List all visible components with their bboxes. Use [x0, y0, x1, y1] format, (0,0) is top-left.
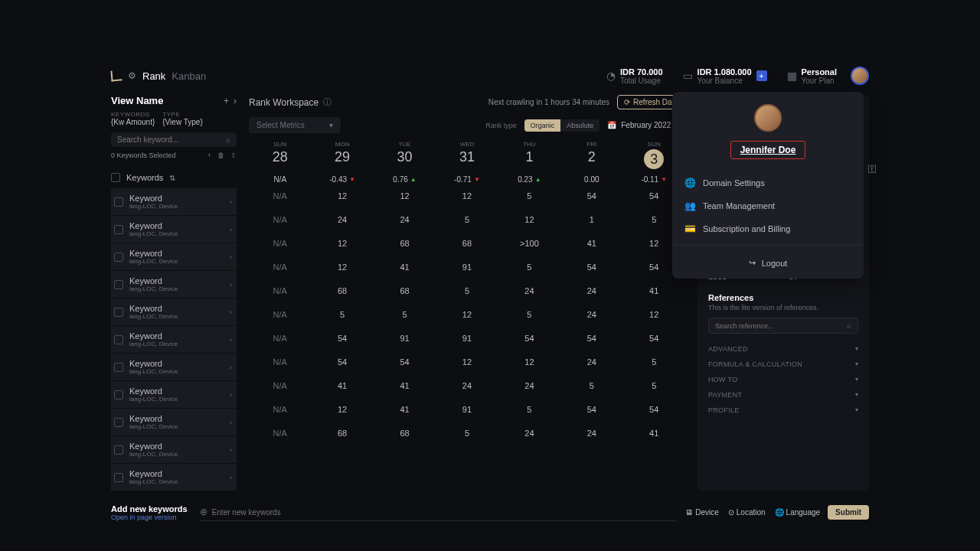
reference-category[interactable]: HOW TO▾: [708, 372, 858, 387]
reference-search-input[interactable]: [715, 322, 847, 330]
chevron-right-icon[interactable]: ›: [230, 198, 232, 206]
keyword-row[interactable]: Keyword lang-LOC, Device ›: [111, 188, 237, 215]
data-cell: 91: [436, 256, 498, 279]
kanban-label[interactable]: Kanban: [172, 70, 206, 82]
rank-type-label: Rank type: [485, 122, 517, 129]
row-checkbox[interactable]: [114, 473, 123, 482]
keyword-row[interactable]: Keyword lang-LOC, Device ›: [111, 436, 237, 463]
row-checkbox[interactable]: [114, 253, 123, 262]
absolute-pill[interactable]: Absolute: [560, 119, 599, 132]
reference-search[interactable]: ⌕: [708, 318, 858, 334]
row-checkbox[interactable]: [114, 363, 123, 372]
chevron-right-icon[interactable]: ›: [230, 308, 232, 316]
data-cell: 5: [436, 422, 498, 445]
domain-settings-item[interactable]: 🌐 Domain Settings: [672, 171, 864, 194]
logout-button[interactable]: ↪ Logout: [672, 250, 864, 279]
add-selected-icon[interactable]: +: [207, 152, 211, 159]
new-keywords-input[interactable]: [212, 508, 677, 517]
avatar[interactable]: [851, 67, 869, 85]
view-name-title: View Name: [111, 95, 163, 106]
subscription-billing-item[interactable]: 💳 Subscription and Billing: [672, 217, 864, 240]
keyword-row[interactable]: Keyword lang-LOC, Device ›: [111, 298, 237, 325]
keyword-name: Keyword: [129, 194, 230, 203]
row-checkbox[interactable]: [114, 390, 123, 399]
calendar-day[interactable]: MON 29: [311, 141, 373, 169]
calendar-day[interactable]: FRI 2: [560, 141, 622, 169]
reference-category[interactable]: PROFILE▾: [708, 403, 858, 418]
user-name-box[interactable]: Jennifer Doe: [730, 141, 806, 159]
location-option[interactable]: ⊙ Location: [728, 508, 766, 517]
month-label[interactable]: February 2022: [621, 121, 671, 129]
keyword-row[interactable]: Keyword lang-LOC, Device ›: [111, 326, 237, 353]
next-view-icon[interactable]: ›: [234, 96, 237, 106]
delete-icon[interactable]: 🗑: [217, 152, 224, 159]
calendar-day[interactable]: SUN 28: [249, 141, 311, 169]
metrics-select[interactable]: Select Metrics ▾: [249, 117, 341, 133]
select-all-checkbox[interactable]: [111, 173, 120, 182]
device-option[interactable]: 🖥 Device: [685, 508, 719, 517]
reference-category[interactable]: PAYMENT▾: [708, 387, 858, 403]
row-checkbox[interactable]: [114, 335, 123, 344]
user-name: Jennifer Doe: [740, 145, 796, 155]
chevron-right-icon[interactable]: ›: [230, 474, 232, 481]
row-checkbox[interactable]: [114, 308, 123, 317]
chevron-right-icon[interactable]: ›: [230, 336, 232, 344]
device-icon: 🖥: [685, 508, 693, 517]
reference-category[interactable]: ADVANCED▾: [708, 341, 858, 357]
reference-category[interactable]: FORMULA & CALCULATION▾: [708, 357, 858, 372]
data-row: N/A12121255454: [249, 184, 685, 207]
day-label: WED: [436, 141, 498, 148]
chevron-right-icon[interactable]: ›: [230, 364, 232, 371]
language-option[interactable]: 🌐 Language: [775, 508, 821, 517]
chevron-right-icon[interactable]: ›: [230, 226, 232, 233]
organic-pill[interactable]: Organic: [524, 119, 561, 132]
chevron-right-icon[interactable]: ›: [230, 419, 232, 426]
keyword-row[interactable]: Keyword lang-LOC, Device ›: [111, 271, 237, 298]
sort-icon[interactable]: ⇅: [169, 174, 175, 182]
data-row: N/A551252412: [249, 303, 685, 326]
row-checkbox[interactable]: [114, 225, 123, 234]
row-checkbox[interactable]: [114, 445, 123, 455]
row-checkbox[interactable]: [114, 418, 123, 427]
workspace-title: Rank Workspace: [249, 97, 318, 108]
rank-type-toggle[interactable]: Organic Absolute: [524, 119, 600, 132]
keyword-row[interactable]: Keyword lang-LOC, Device ›: [111, 464, 237, 491]
key-icon[interactable]: ⚿: [867, 164, 877, 174]
data-cell: N/A: [249, 350, 311, 373]
gear-icon[interactable]: ⚙: [128, 70, 136, 81]
calendar-day[interactable]: WED 31: [436, 141, 498, 169]
chevron-right-icon[interactable]: ›: [230, 446, 232, 454]
data-cell: 91: [436, 398, 498, 421]
data-row: N/A68685242441: [249, 279, 685, 302]
submit-button[interactable]: Submit: [828, 505, 869, 520]
info-icon[interactable]: ⓘ: [323, 96, 332, 108]
row-checkbox[interactable]: [114, 197, 123, 207]
topup-button[interactable]: +: [756, 70, 767, 81]
rank-label[interactable]: Rank: [142, 70, 165, 82]
wallet-icon: ▭: [683, 70, 693, 82]
day-number: 30: [374, 149, 436, 165]
keyword-search[interactable]: ⌕: [111, 132, 237, 147]
calendar-day[interactable]: THU 1: [498, 141, 560, 169]
open-page-link[interactable]: Open in page version: [111, 514, 188, 521]
keyword-search-input[interactable]: [117, 135, 226, 144]
chevron-right-icon[interactable]: ›: [230, 281, 232, 289]
keyword-row[interactable]: Keyword lang-LOC, Device ›: [111, 381, 237, 408]
keyword-row[interactable]: Keyword lang-LOC, Device ›: [111, 409, 237, 435]
chevron-right-icon[interactable]: ›: [230, 253, 232, 261]
keyword-row[interactable]: Keyword lang-LOC, Device ›: [111, 216, 237, 243]
add-view-icon[interactable]: +: [224, 96, 229, 106]
data-cell: 12: [374, 184, 436, 207]
chevron-right-icon[interactable]: ›: [230, 391, 232, 399]
calendar-day[interactable]: TUE 30: [374, 141, 436, 169]
export-icon[interactable]: ⇪: [230, 152, 237, 159]
team-management-item[interactable]: 👥 Team Management: [672, 194, 864, 217]
data-row: N/A4141242455: [249, 374, 685, 397]
keyword-meta: lang-LOC, Device: [129, 368, 230, 375]
keyword-row[interactable]: Keyword lang-LOC, Device ›: [111, 243, 237, 270]
keyword-row[interactable]: Keyword lang-LOC, Device ›: [111, 354, 237, 380]
data-cell: 68: [374, 232, 436, 255]
row-checkbox[interactable]: [114, 280, 123, 289]
data-cell: 54: [560, 256, 622, 279]
data-cell: 54: [498, 327, 560, 350]
